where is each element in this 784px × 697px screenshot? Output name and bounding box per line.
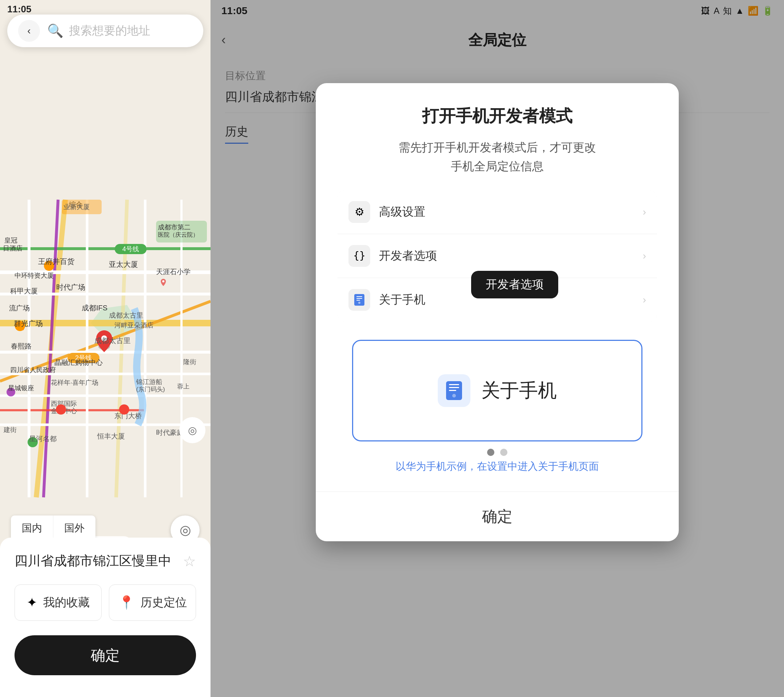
svg-text:时代广场: 时代广场: [56, 283, 85, 291]
history-icon: 📍: [118, 595, 135, 610]
settings-item-advanced[interactable]: ⚙ 高级设置 ›: [338, 190, 657, 234]
dialog-confirm-button[interactable]: 确定: [482, 506, 512, 527]
svg-text:(东门码头): (东门码头): [136, 386, 165, 393]
developer-options-label: 开发者选项: [379, 248, 643, 264]
svg-rect-78: [449, 384, 459, 385]
chevron-right-icon-1: ›: [643, 250, 646, 262]
tag-overseas[interactable]: 国外: [53, 516, 96, 541]
left-status-time: 11:05: [7, 3, 31, 15]
svg-rect-75: [356, 300, 360, 301]
carousel-link-text[interactable]: 以华为手机示例，在设置中进入关于手机页面: [395, 460, 599, 473]
developer-mode-dialog: 打开手机开发者模式 需先打开手机开发者模式后，才可更改手机全局定位信息 ⚙ 高级…: [316, 83, 679, 541]
map-tags: 国内 国外: [11, 516, 96, 541]
svg-text:恒丰大厦: 恒丰大厦: [97, 432, 125, 440]
location-name-text: 四川省成都市锦江区慢里中: [15, 552, 171, 570]
svg-text:春熙路: 春熙路: [11, 342, 31, 350]
svg-text:4号线: 4号线: [122, 246, 139, 253]
carousel-area: 开发者选项: [338, 333, 657, 491]
svg-text:河畔亚朵酒店: 河畔亚朵酒店: [114, 321, 153, 329]
carousel-dot-1: [487, 449, 494, 456]
svg-text:群光广场: 群光广场: [14, 320, 43, 328]
svg-rect-73: [356, 296, 362, 297]
search-icon: 🔍: [47, 23, 64, 38]
svg-text:流广场: 流广场: [9, 304, 30, 312]
svg-text:四川省人民政府: 四川省人民政府: [10, 366, 56, 374]
svg-text:亚太大厦: 亚太大厦: [109, 260, 138, 268]
favorite-star-icon[interactable]: ☆: [183, 553, 196, 570]
svg-rect-80: [449, 390, 456, 391]
history-button[interactable]: 📍 历史定位: [109, 585, 196, 621]
svg-rect-79: [449, 387, 459, 388]
svg-text:蓉上: 蓉上: [177, 383, 189, 390]
search-bar[interactable]: ‹ 🔍 搜索想要的地址: [7, 15, 203, 47]
modal-overlay: 打开手机开发者模式 需先打开手机开发者模式后，才可更改手机全局定位信息 ⚙ 高级…: [211, 0, 784, 697]
search-input-placeholder[interactable]: 搜索想要的地址: [69, 23, 150, 39]
svg-rect-74: [356, 298, 362, 299]
svg-point-25: [162, 280, 165, 282]
location-row: 四川省成都市锦江区慢里中 ☆: [15, 552, 196, 570]
svg-text:建街: 建街: [3, 426, 17, 433]
history-label: 历史定位: [140, 595, 187, 611]
svg-text:成都市第二: 成都市第二: [158, 224, 191, 231]
svg-text:星河名都: 星河名都: [29, 435, 57, 443]
carousel-card-text: 关于手机: [481, 378, 557, 403]
developer-options-icon: {}: [348, 245, 370, 267]
svg-point-76: [358, 302, 361, 304]
favorites-label: 我的收藏: [43, 595, 90, 611]
svg-text:花样年·喜年广场: 花样年·喜年广场: [51, 379, 98, 386]
svg-text:成都太古里: 成都太古里: [94, 336, 131, 344]
carousel-card-icon: [438, 374, 470, 407]
left-bottom-panel: 四川省成都市锦江区慢里中 ☆ ✦ 我的收藏 📍 历史定位 确定: [0, 538, 211, 697]
dialog-confirm-area: 确定: [316, 491, 679, 541]
about-phone-icon: [348, 289, 370, 311]
advanced-settings-icon: ⚙: [348, 201, 370, 223]
svg-text:东门大桥: 东门大桥: [114, 412, 142, 420]
svg-text:皇冠: 皇冠: [4, 237, 17, 244]
developer-popup-label: 开发者选项: [471, 271, 558, 298]
left-panel: 11:05: [0, 0, 211, 697]
settings-list: ⚙ 高级设置 › {} 开发者选项 ›: [338, 190, 657, 321]
left-confirm-label: 确定: [91, 646, 120, 666]
svg-point-68: [56, 404, 66, 415]
chevron-right-icon-0: ›: [643, 206, 646, 218]
tag-domestic[interactable]: 国内: [11, 516, 53, 541]
svg-text:晶融汇购物中心: 晶融汇购物中心: [54, 359, 103, 366]
svg-text:星城银座: 星城银座: [8, 384, 34, 392]
modal-body: 打开手机开发者模式 需先打开手机开发者模式后，才可更改手机全局定位信息 ⚙ 高级…: [316, 83, 679, 491]
svg-text:隆街: 隆街: [183, 358, 196, 366]
svg-text:业新大厦: 业新大厦: [64, 203, 90, 211]
carousel-dot-2: [500, 449, 507, 456]
svg-text:王府井百货: 王府井百货: [38, 257, 74, 265]
svg-text:锦江游船: 锦江游船: [136, 378, 162, 386]
svg-text:日酒店: 日酒店: [3, 245, 23, 252]
right-panel: 11:05 🖼 A 知 ▲ 📶 🔋 ‹ 全局定位 目标位置 四川省成都市锦江区慢…: [211, 0, 784, 697]
left-status-bar: 11:05: [0, 0, 211, 18]
svg-text:成都太古里: 成都太古里: [109, 311, 143, 319]
left-back-button[interactable]: ‹: [18, 20, 40, 42]
svg-text:科甲大厦: 科甲大厦: [10, 287, 38, 295]
dialog-description: 需先打开手机开发者模式后，才可更改手机全局定位信息: [338, 138, 657, 175]
svg-point-81: [452, 394, 456, 397]
svg-text:成都IFS: 成都IFS: [82, 304, 107, 312]
favorites-icon: ✦: [26, 595, 37, 610]
advanced-settings-label: 高级设置: [379, 204, 643, 220]
chevron-right-icon-2: ›: [643, 294, 646, 306]
svg-point-69: [119, 404, 129, 415]
left-confirm-button[interactable]: 确定: [15, 635, 196, 675]
action-buttons-row: ✦ 我的收藏 📍 历史定位: [15, 585, 196, 621]
favorites-button[interactable]: ✦ 我的收藏: [15, 585, 102, 621]
svg-text:天涯石小学: 天涯石小学: [156, 268, 191, 275]
svg-text:◎: ◎: [188, 425, 197, 436]
dialog-title: 打开手机开发者模式: [338, 105, 657, 127]
svg-text:医院（庆云院）: 医院（庆云院）: [158, 232, 199, 238]
dialog-desc-text: 需先打开手机开发者模式后，才可更改手机全局定位信息: [399, 141, 596, 173]
carousel-card: 关于手机: [352, 340, 642, 442]
svg-text:中环特资大厦: 中环特资大厦: [15, 272, 54, 279]
carousel-dots: [487, 449, 507, 456]
